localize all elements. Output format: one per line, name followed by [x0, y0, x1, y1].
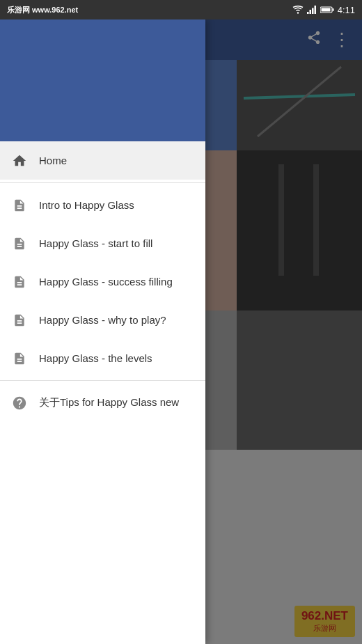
- svg-point-0: [297, 12, 298, 13]
- drawer-header: [0, 19, 205, 141]
- divider-2: [0, 380, 205, 381]
- sidebar-item-levels[interactable]: Happy Glass - the levels: [0, 339, 205, 377]
- sidebar-item-label-intro: Intro to Happy Glass: [39, 199, 134, 211]
- status-icons: 4:11: [292, 5, 355, 15]
- sidebar-item-label-home: Home: [39, 155, 67, 166]
- sidebar-item-intro[interactable]: Intro to Happy Glass: [0, 186, 205, 224]
- svg-rect-1: [307, 12, 309, 14]
- sidebar-item-success[interactable]: Happy Glass - success filling: [0, 262, 205, 301]
- sidebar-item-label-success: Happy Glass - success filling: [39, 276, 173, 288]
- sidebar-item-label-start: Happy Glass - start to fill: [39, 237, 152, 249]
- battery-icon: [320, 6, 334, 14]
- sidebar-item-label-about: 关于Tips for Happy Glass new: [39, 396, 179, 409]
- sidebar-item-label-why: Happy Glass - why to play?: [39, 314, 166, 326]
- svg-rect-3: [312, 8, 314, 15]
- svg-rect-6: [332, 8, 333, 11]
- navigation-drawer: Home Intro to Happy Glass Happy Glass - …: [0, 19, 205, 644]
- wifi-icon: [292, 6, 304, 14]
- svg-rect-4: [314, 6, 316, 14]
- sidebar-item-start[interactable]: Happy Glass - start to fill: [0, 224, 205, 262]
- svg-rect-7: [321, 8, 330, 12]
- sidebar-item-why[interactable]: Happy Glass - why to play?: [0, 301, 205, 339]
- sidebar-item-home[interactable]: Home: [0, 141, 205, 180]
- home-icon: [11, 152, 28, 169]
- question-icon: [11, 395, 28, 411]
- doc-icon-4: [11, 312, 28, 329]
- sidebar-item-about[interactable]: 关于Tips for Happy Glass new: [0, 384, 205, 422]
- time-label: 4:11: [338, 5, 355, 15]
- signal-icon: [307, 6, 317, 14]
- brand-label: 乐游网 www.962.net: [7, 5, 78, 15]
- doc-icon-1: [11, 197, 28, 214]
- divider-1: [0, 182, 205, 183]
- status-bar: 乐游网 www.962.net 4:11: [0, 0, 362, 19]
- doc-icon-2: [11, 235, 28, 252]
- doc-icon-3: [11, 274, 28, 290]
- sidebar-item-label-levels: Happy Glass - the levels: [39, 352, 152, 364]
- doc-icon-5: [11, 350, 28, 367]
- drawer-nav: Home Intro to Happy Glass Happy Glass - …: [0, 141, 205, 644]
- svg-rect-2: [309, 10, 311, 14]
